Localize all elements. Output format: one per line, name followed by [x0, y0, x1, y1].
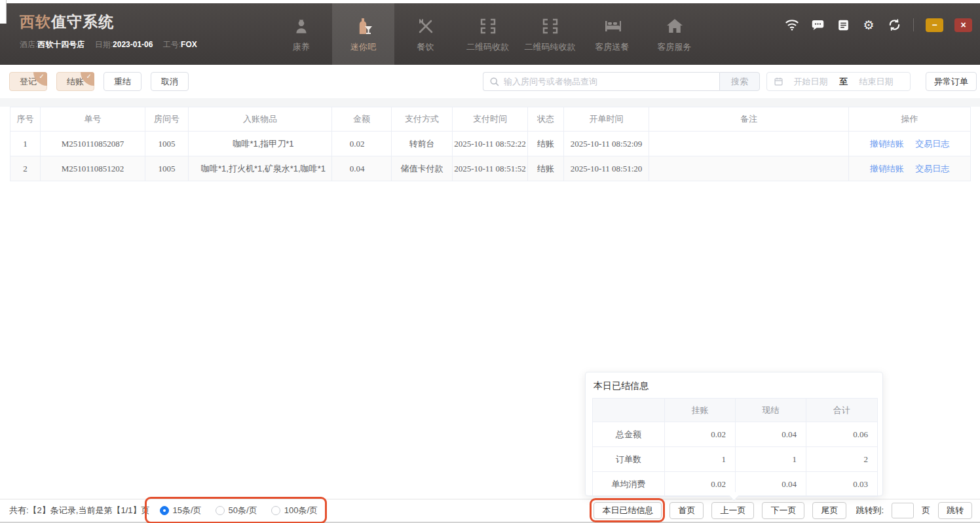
- bed-icon: [603, 16, 622, 35]
- message-icon[interactable]: [810, 18, 825, 32]
- table-header-row: 序号 单号 房间号 入账物品 金额 支付方式 支付时间 状态 开单时间 备注 操…: [10, 107, 971, 132]
- jump-page-input[interactable]: [892, 503, 914, 518]
- start-date-placeholder[interactable]: 开始日期: [783, 76, 838, 88]
- room-cell: 1005: [145, 156, 189, 181]
- actions-cell: 撤销结账 交易日志: [849, 156, 971, 181]
- transaction-log-link[interactable]: 交易日志: [915, 164, 949, 173]
- col-status: 状态: [528, 107, 564, 132]
- pay-time-cell: 2025-10-11 08:51:52: [453, 156, 528, 181]
- radio-unselected-icon: [216, 506, 225, 515]
- date-value: 2023-01-06: [113, 40, 153, 49]
- nav-tab-room-delivery[interactable]: 客房送餐: [581, 3, 643, 65]
- actions-cell: 撤销结账 交易日志: [849, 132, 971, 156]
- record-summary: 共有:【2】条记录,当前是第【1/1】页: [9, 505, 150, 516]
- page-unit-label: 页: [922, 505, 930, 516]
- footer-right: 本日已结信息 首页 上一页 下一页 尾页 跳转到: 页 跳转: [594, 502, 972, 519]
- nav-tab-dining[interactable]: 餐饮: [394, 3, 457, 65]
- main-nav: 康养 迷你吧 餐饮 二维码收款: [270, 3, 706, 65]
- daily-settled-popup: 本日已结信息 挂账 现结 合计 总金额 0.02 0.04 0.06 订单数 1…: [585, 372, 883, 496]
- app-brand: 西软值守系统 酒店:西软十四号店 日期:2023-01-06 工号:FOX: [20, 12, 205, 50]
- nav-tab-qr-collect[interactable]: 二维码收款: [457, 3, 519, 65]
- page-size-group: 15条/页 50条/页 100条/页: [159, 505, 319, 516]
- daily-settled-info-button[interactable]: 本日已结信息: [594, 502, 662, 519]
- prev-page-button[interactable]: 上一页: [711, 502, 754, 519]
- window-corner-artifact: [0, 0, 7, 24]
- col-items: 入账物品: [189, 107, 332, 132]
- brand-highlight: 西软: [20, 13, 51, 30]
- popup-row-total-amount: 总金额 0.02 0.04 0.06: [593, 422, 878, 447]
- nav-tab-wellness[interactable]: 康养: [270, 3, 332, 65]
- last-page-button[interactable]: 尾页: [812, 502, 846, 519]
- person-icon: [293, 16, 310, 35]
- nav-tab-room-service[interactable]: 客房服务: [643, 3, 706, 65]
- transaction-log-link[interactable]: 交易日志: [915, 139, 949, 149]
- order-no-cell: M2510110852087: [41, 132, 145, 156]
- close-button[interactable]: ×: [954, 18, 972, 32]
- search-input[interactable]: [504, 77, 713, 86]
- orders-table-wrap: 序号 单号 房间号 入账物品 金额 支付方式 支付时间 状态 开单时间 备注 操…: [10, 107, 970, 181]
- date-to-label: 至: [838, 76, 849, 88]
- cancel-button[interactable]: 取消: [151, 72, 189, 91]
- status-cell: 结账: [528, 156, 564, 181]
- abnormal-orders-button[interactable]: 异常订单: [926, 72, 977, 91]
- qr-collect-icon: [479, 16, 497, 35]
- col-pay-method: 支付方式: [392, 107, 453, 132]
- radio-selected-icon: [160, 506, 169, 515]
- pay-method-cell: 储值卡付款: [392, 156, 453, 181]
- col-seq: 序号: [10, 107, 41, 132]
- brand-rest: 值守系统: [51, 13, 114, 30]
- table-row: 1 M2510110852087 1005 咖啡*1,指甲刀*1 0.02 转前…: [10, 132, 971, 156]
- popup-row-order-count: 订单数 1 1 2: [593, 447, 878, 472]
- popup-col-cash: 现结: [736, 399, 806, 422]
- window-top-edge: [0, 0, 980, 3]
- refresh-icon[interactable]: [887, 18, 901, 32]
- col-open-time: 开单时间: [564, 107, 649, 132]
- date-range-picker[interactable]: 开始日期 至 结束日期: [766, 72, 911, 91]
- jump-button[interactable]: 跳转: [938, 502, 972, 519]
- page-size-option-50[interactable]: 50条/页: [216, 505, 257, 516]
- page-size-option-100[interactable]: 100条/页: [271, 505, 318, 516]
- popup-col-empty: [593, 399, 665, 422]
- staff-label: 工号:: [163, 40, 181, 49]
- revoke-settle-link[interactable]: 撤销结账: [870, 164, 904, 173]
- hotel-label: 酒店:: [20, 40, 37, 49]
- wifi-icon[interactable]: [785, 18, 799, 32]
- jump-to-label: 跳转到:: [856, 505, 884, 516]
- amount-cell: 0.04: [332, 156, 392, 181]
- minibar-icon: [354, 16, 373, 35]
- register-button[interactable]: 登记 ✓: [9, 72, 47, 91]
- remark-cell: [649, 132, 849, 156]
- qr-pure-collect-icon: [541, 16, 559, 35]
- next-page-button[interactable]: 下一页: [762, 502, 804, 519]
- search-input-wrap: [483, 72, 719, 91]
- content-gap: [0, 98, 980, 107]
- document-icon[interactable]: [836, 18, 850, 32]
- search-button[interactable]: 搜索: [719, 72, 760, 91]
- seq-cell: 2: [10, 156, 41, 181]
- titlebar-icons: ⚙ − ×: [785, 18, 972, 32]
- gear-icon[interactable]: ⚙: [861, 18, 876, 32]
- first-page-button[interactable]: 首页: [669, 502, 704, 519]
- open-time-cell: 2025-10-11 08:52:09: [564, 132, 649, 156]
- house-icon: [666, 16, 684, 35]
- resettle-button[interactable]: 重结: [104, 72, 141, 91]
- popup-title: 本日已结信息: [586, 372, 882, 398]
- amount-cell: 0.02: [332, 132, 392, 156]
- minimize-button[interactable]: −: [926, 18, 943, 32]
- revoke-settle-link[interactable]: 撤销结账: [870, 139, 904, 149]
- titlebar-divider: [913, 18, 914, 31]
- app-title: 西软值守系统: [20, 12, 205, 32]
- col-room: 房间号: [145, 107, 189, 132]
- seq-cell: 1: [10, 132, 41, 156]
- open-time-cell: 2025-10-11 08:51:20: [564, 156, 649, 181]
- nav-tab-qr-pure-collect[interactable]: 二维码纯收款: [519, 3, 581, 65]
- end-date-placeholder[interactable]: 结束日期: [849, 76, 903, 88]
- col-order-no: 单号: [41, 107, 145, 132]
- col-amount: 金额: [332, 107, 392, 132]
- app-header: 西软值守系统 酒店:西软十四号店 日期:2023-01-06 工号:FOX 康养…: [0, 3, 980, 65]
- page-size-option-15[interactable]: 15条/页: [160, 505, 202, 516]
- popup-col-credit: 挂账: [665, 399, 736, 422]
- nav-tab-minibar[interactable]: 迷你吧: [332, 3, 394, 65]
- checkout-button[interactable]: 结账 ✓: [56, 72, 94, 91]
- radio-unselected-icon: [271, 506, 280, 515]
